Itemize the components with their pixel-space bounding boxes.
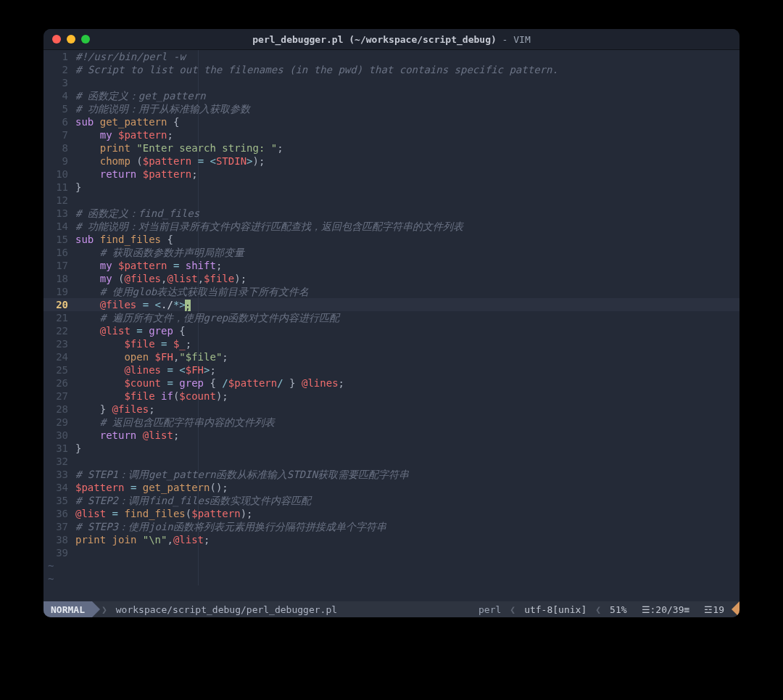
code-line[interactable]: 12 xyxy=(44,194,740,207)
token: @list xyxy=(75,508,106,519)
code-line[interactable]: 10 return $pattern; xyxy=(44,168,740,181)
code-line[interactable]: 4# 函数定义：get_pattern xyxy=(44,89,740,102)
code-content[interactable]: # STEP1：调用get_pattern函数从标准输入STDIN获取需要匹配字… xyxy=(74,468,740,481)
zoom-icon[interactable] xyxy=(81,35,90,44)
code-line[interactable]: 18 my (@files,@list,$file); xyxy=(44,272,740,285)
code-content[interactable]: } @files; xyxy=(74,403,740,416)
code-content[interactable]: # STEP3：使用join函数将列表元素用换行分隔符拼接成单个字符串 xyxy=(74,520,740,533)
code-line[interactable]: 34$pattern = get_pattern(); xyxy=(44,481,740,494)
code-content[interactable]: $pattern = get_pattern(); xyxy=(74,481,740,494)
code-content[interactable]: my (@files,@list,$file); xyxy=(74,272,740,285)
token xyxy=(124,482,130,493)
code-line[interactable]: 16 # 获取函数参数并声明局部变量 xyxy=(44,246,740,259)
code-content[interactable] xyxy=(74,546,740,559)
code-line[interactable]: 13# 函数定义：find_files xyxy=(44,207,740,220)
code-content[interactable] xyxy=(74,194,740,207)
code-line[interactable]: 37# STEP3：使用join函数将列表元素用换行分隔符拼接成单个字符串 xyxy=(44,520,740,533)
code-line[interactable]: 25 @lines = <$FH>; xyxy=(44,363,740,376)
status-filepath: workspace/script_debug/perl_debugger.pl xyxy=(109,601,471,617)
code-content[interactable]: $file if($count); xyxy=(74,390,740,403)
code-content[interactable]: return $pattern; xyxy=(74,168,740,181)
token xyxy=(75,325,100,337)
code-line[interactable]: 3 xyxy=(44,76,740,89)
code-line[interactable]: 28 } @files; xyxy=(44,403,740,416)
close-icon[interactable] xyxy=(52,35,61,44)
code-content[interactable]: # 使用glob表达式获取当前目录下所有文件名 xyxy=(74,285,740,298)
code-content[interactable]: print join "\n",@list; xyxy=(74,533,740,546)
code-content[interactable]: } xyxy=(74,442,740,455)
line-number: 1 xyxy=(44,50,74,63)
code-line[interactable]: 35# STEP2：调用find_files函数实现文件内容匹配 xyxy=(44,494,740,507)
code-line[interactable]: 23 $file = $_; xyxy=(44,337,740,350)
code-line[interactable]: 9 chomp ($pattern = <STDIN>); xyxy=(44,155,740,168)
code-line[interactable]: 21 # 遍历所有文件，使用grep函数对文件内容进行匹配 xyxy=(44,311,740,324)
code-content[interactable]: # Script to list out the filenames (in t… xyxy=(74,63,740,76)
code-content[interactable]: } xyxy=(74,181,740,194)
token: = xyxy=(136,325,142,337)
code-content[interactable]: # 功能说明：对当前目录所有文件内容进行匹配查找，返回包含匹配字符串的文件列表 xyxy=(74,220,740,233)
code-content[interactable]: sub find_files { xyxy=(74,233,740,246)
code-content[interactable]: @list = grep { xyxy=(74,324,740,337)
code-content[interactable]: return @list; xyxy=(74,429,740,442)
code-line[interactable]: 14# 功能说明：对当前目录所有文件内容进行匹配查找，返回包含匹配字符串的文件列… xyxy=(44,220,740,233)
editor-viewport[interactable]: 1#!/usr/bin/perl -w2# Script to list out… xyxy=(44,50,740,601)
status-percent: 51% xyxy=(602,601,634,617)
code-line[interactable]: 8 print "Enter search string: "; xyxy=(44,141,740,155)
code-content[interactable]: # 函数定义：find_files xyxy=(74,207,740,220)
code-line[interactable]: 32 xyxy=(44,455,740,468)
code-line[interactable]: 39 xyxy=(44,546,740,559)
code-content[interactable]: open $FH,"$file"; xyxy=(74,350,740,363)
code-line[interactable]: 26 $count = grep { /$pattern/ } @lines; xyxy=(44,376,740,390)
code-line[interactable]: 31} xyxy=(44,442,740,455)
code-content[interactable]: # 函数定义：get_pattern xyxy=(74,89,740,102)
code-line[interactable]: 15sub find_files { xyxy=(44,233,740,246)
code-content[interactable] xyxy=(74,76,740,89)
minimize-icon[interactable] xyxy=(67,35,75,44)
token: = xyxy=(112,508,118,519)
code-line[interactable]: 20 @files = <./*>; xyxy=(44,298,740,311)
code-content[interactable]: chomp ($pattern = <STDIN>); xyxy=(74,155,740,168)
code-content[interactable]: # 功能说明：用于从标准输入获取参数 xyxy=(74,102,740,115)
token: ; xyxy=(277,142,283,154)
code-line[interactable]: 6sub get_pattern { xyxy=(44,115,740,128)
code-line[interactable]: 36@list = find_files($pattern); xyxy=(44,507,740,520)
line-number: 36 xyxy=(44,507,74,520)
chevron-left-icon: ❮ xyxy=(594,601,602,617)
code-line[interactable]: 19 # 使用glob表达式获取当前目录下所有文件名 xyxy=(44,285,740,298)
code-content[interactable]: my $pattern; xyxy=(74,128,740,141)
code-line[interactable]: 27 $file if($count); xyxy=(44,390,740,403)
code-content[interactable]: $count = grep { /$pattern/ } @lines; xyxy=(74,376,740,390)
code-content[interactable]: # 返回包含匹配字符串内容的文件列表 xyxy=(74,416,740,429)
code-line[interactable]: 1#!/usr/bin/perl -w xyxy=(44,50,740,63)
code-content[interactable]: $file = $_; xyxy=(74,337,740,350)
code-line[interactable]: 30 return @list; xyxy=(44,429,740,442)
code-line[interactable]: 38print join "\n",@list; xyxy=(44,533,740,546)
code-content[interactable]: # 获取函数参数并声明局部变量 xyxy=(74,246,740,259)
code-content[interactable]: # 遍历所有文件，使用grep函数对文件内容进行匹配 xyxy=(74,311,740,324)
code-content[interactable]: sub get_pattern { xyxy=(74,115,740,128)
token: # 遍历所有文件，使用grep函数对文件内容进行匹配 xyxy=(100,312,340,324)
code-line[interactable]: 2# Script to list out the filenames (in … xyxy=(44,63,740,76)
code-content[interactable]: @list = find_files($pattern); xyxy=(74,507,740,520)
code-line[interactable]: 22 @list = grep { xyxy=(44,324,740,337)
code-line[interactable]: 5# 功能说明：用于从标准输入获取参数 xyxy=(44,102,740,115)
token xyxy=(75,273,100,284)
code-line[interactable]: 17 my $pattern = shift; xyxy=(44,259,740,272)
line-number: 21 xyxy=(44,311,74,324)
token: } xyxy=(289,377,295,389)
cursor: ; xyxy=(185,300,191,311)
code-line[interactable]: 11} xyxy=(44,181,740,194)
code-content[interactable]: @lines = <$FH>; xyxy=(74,363,740,376)
code-content[interactable]: my $pattern = shift; xyxy=(74,259,740,272)
code-content[interactable] xyxy=(74,455,740,468)
code-content[interactable]: @files = <./*>; xyxy=(74,298,740,311)
line-number: 18 xyxy=(44,272,74,285)
token xyxy=(75,286,100,297)
code-line[interactable]: 24 open $FH,"$file"; xyxy=(44,350,740,363)
code-content[interactable]: # STEP2：调用find_files函数实现文件内容匹配 xyxy=(74,494,740,507)
code-line[interactable]: 29 # 返回包含匹配字符串内容的文件列表 xyxy=(44,416,740,429)
code-line[interactable]: 7 my $pattern; xyxy=(44,128,740,141)
code-content[interactable]: #!/usr/bin/perl -w xyxy=(74,50,740,63)
code-line[interactable]: 33# STEP1：调用get_pattern函数从标准输入STDIN获取需要匹… xyxy=(44,468,740,481)
code-content[interactable]: print "Enter search string: "; xyxy=(74,141,740,155)
